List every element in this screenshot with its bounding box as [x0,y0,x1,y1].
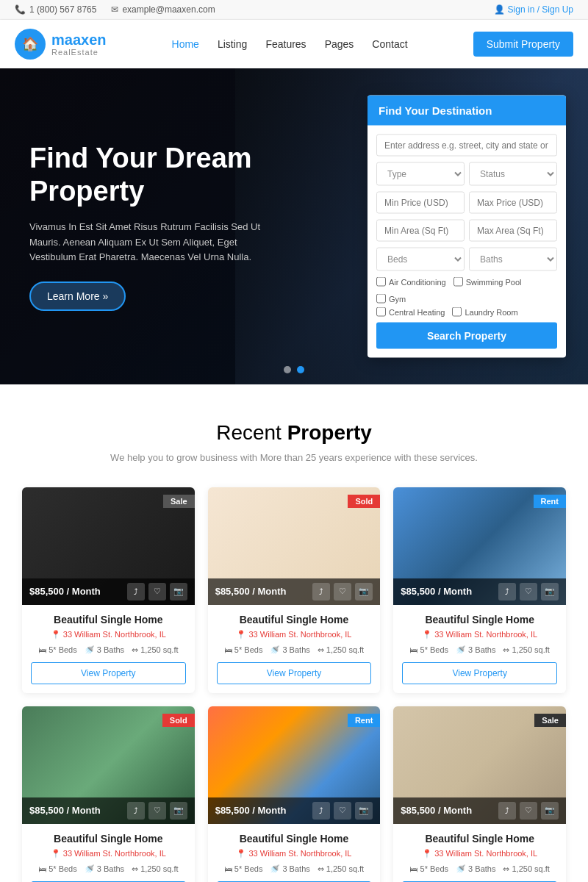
main-nav: Home Listing Features Pages Contact [172,38,408,50]
status-select[interactable]: Status [469,162,557,186]
share-button[interactable]: ⤴ [498,583,516,600]
beds-feature: 🛏 5* Beds [409,864,448,874]
camera-button[interactable]: 📷 [170,583,187,600]
location-icon: 📍 [51,630,61,639]
nav-home[interactable]: Home [172,38,199,50]
location-icon: 📍 [236,849,246,858]
view-property-button[interactable]: View Property [217,662,372,684]
card-body: Beautiful Single Home 📍 33 William St. N… [22,605,195,693]
favorite-button[interactable]: ♡ [148,583,166,600]
card-features: 🛏 5* Beds 🚿 3 Baths ⇔ 1,250 sq.ft [31,645,186,655]
search-property-button[interactable]: Search Property [376,323,557,349]
recent-section: Recent Property We help you to grow busi… [0,384,588,882]
share-button[interactable]: ⤴ [127,583,145,600]
card-features: 🛏 5* Beds 🚿 3 Baths ⇔ 1,250 sq.ft [217,645,372,655]
type-select[interactable]: Type [376,162,465,186]
favorite-button[interactable]: ♡ [334,583,351,600]
camera-button[interactable]: 📷 [355,583,373,600]
card-title: Beautiful Single Home [31,833,186,845]
signin-link[interactable]: 👤 Sign in / Sign Up [494,4,573,15]
nav-listing[interactable]: Listing [218,38,247,50]
beds-feature: 🛏 5* Beds [224,645,263,655]
card-price-bar: $85,500 / Month ⤴ ♡ 📷 [393,797,566,824]
baths-feature: 🚿 3 Baths [270,645,309,655]
submit-property-button[interactable]: Submit Property [473,32,573,57]
email-address: example@maaxen.com [122,4,215,15]
amenity-heating[interactable]: Central Heating [376,307,445,317]
nav-contact[interactable]: Contact [372,38,407,50]
badge-sale: Sale [163,495,195,508]
baths-feature: 🚿 3 Baths [456,645,495,655]
hero-dots [284,366,304,373]
card-price-bar: $85,500 / Month ⤴ ♡ 📷 [208,578,381,605]
min-price-input[interactable] [376,192,465,214]
card-features: 🛏 5* Beds 🚿 3 Baths ⇔ 1,250 sq.ft [402,864,557,874]
hero-title: Find Your Dream Property [29,142,279,209]
card-actions: ⤴ ♡ 📷 [127,583,187,600]
search-panel-title: Find Your Destination [368,96,566,126]
share-button[interactable]: ⤴ [127,802,145,820]
share-button[interactable]: ⤴ [312,583,330,600]
learn-more-button[interactable]: Learn More » [29,282,126,311]
card-price: $85,500 / Month [401,805,472,816]
section-subtitle: We help you to grow business with More t… [22,451,566,465]
price-row [376,192,557,214]
section-title: Recent Property [22,421,566,445]
dot-2[interactable] [297,366,304,373]
card-actions: ⤴ ♡ 📷 [127,802,187,820]
area-feature: ⇔ 1,250 sq.ft [318,645,364,655]
area-feature: ⇔ 1,250 sq.ft [318,864,364,874]
property-card: Sale $85,500 / Month ⤴ ♡ 📷 Beautiful Sin… [22,487,195,693]
dot-1[interactable] [284,366,291,373]
min-area-input[interactable] [376,220,465,242]
camera-button[interactable]: 📷 [170,802,187,820]
favorite-button[interactable]: ♡ [520,583,537,600]
property-card: Sold $85,500 / Month ⤴ ♡ 📷 Beautiful Sin… [22,706,195,883]
top-bar-left: 📞 1 (800) 567 8765 ✉ example@maaxen.com [15,4,215,15]
share-button[interactable]: ⤴ [498,802,516,820]
beds-feature: 🛏 5* Beds [38,864,77,874]
badge-rent: Rent [348,714,380,727]
camera-button[interactable]: 📷 [541,583,559,600]
card-body: Beautiful Single Home 📍 33 William St. N… [393,824,566,883]
nav-pages[interactable]: Pages [325,38,354,50]
location-icon: 📍 [422,630,432,639]
card-actions: ⤴ ♡ 📷 [498,802,559,820]
badge-sold: Sold [162,714,195,727]
card-price-bar: $85,500 / Month ⤴ ♡ 📷 [208,797,381,824]
favorite-button[interactable]: ♡ [148,802,166,820]
email-info: ✉ example@maaxen.com [111,4,215,15]
card-features: 🛏 5* Beds 🚿 3 Baths ⇔ 1,250 sq.ft [217,864,372,874]
card-price: $85,500 / Month [29,586,101,597]
view-property-button[interactable]: View Property [31,662,186,684]
amenity-pool[interactable]: Swimming Pool [453,277,522,287]
favorite-button[interactable]: ♡ [334,802,351,820]
badge-sold: Sold [348,495,380,508]
favorite-button[interactable]: ♡ [520,802,537,820]
amenity-laundry[interactable]: Laundry Room [452,307,517,317]
nav-features[interactable]: Features [265,38,306,50]
card-price: $85,500 / Month [29,805,101,816]
area-row [376,220,557,242]
beds-select[interactable]: Beds [376,248,465,271]
logo-text: maaxen RealEstate [51,32,107,57]
view-property-button[interactable]: View Property [402,662,557,684]
card-actions: ⤴ ♡ 📷 [312,583,373,600]
amenity-gym[interactable]: Gym [376,294,406,304]
logo-icon: 🏠 [15,29,46,60]
hero-section: Find Your Dream Property Vivamus In Est … [0,68,588,384]
card-title: Beautiful Single Home [402,833,557,845]
card-body: Beautiful Single Home 📍 33 William St. N… [22,824,195,883]
max-price-input[interactable] [469,192,557,214]
amenity-ac[interactable]: Air Conditioning [376,277,446,287]
top-bar: 📞 1 (800) 567 8765 ✉ example@maaxen.com … [0,0,588,20]
search-panel-body: Type Status Beds Baths [368,126,566,358]
baths-select[interactable]: Baths [469,248,557,271]
address-input[interactable] [376,135,557,157]
share-button[interactable]: ⤴ [312,802,330,820]
type-status-row: Type Status [376,162,557,186]
camera-button[interactable]: 📷 [541,802,559,820]
camera-button[interactable]: 📷 [355,802,373,820]
card-price: $85,500 / Month [215,805,287,816]
max-area-input[interactable] [469,220,557,242]
